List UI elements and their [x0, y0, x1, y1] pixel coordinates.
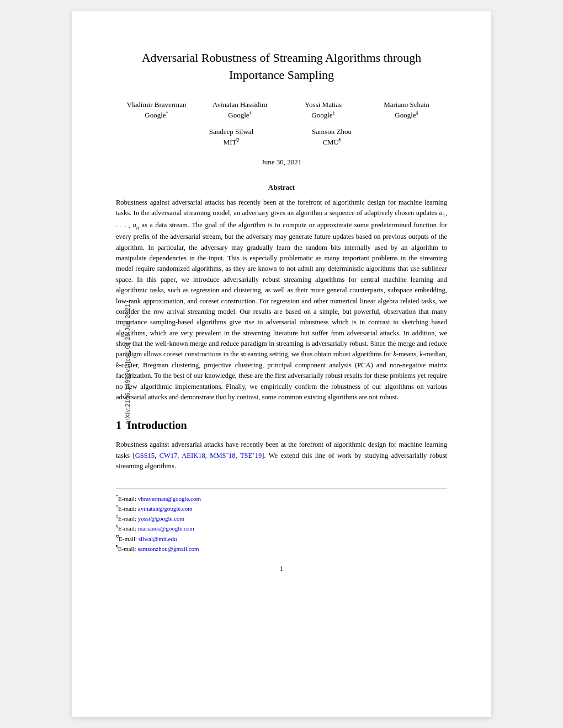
email-matias[interactable]: yossi@google.com	[138, 515, 184, 522]
footnote-4: §E-mail: marianos@google.com	[116, 523, 447, 533]
footnote-3: ‡E-mail: yossi@google.com	[116, 513, 447, 523]
email-hassidim[interactable]: avinatan@google.com	[138, 505, 193, 511]
paper-date: June 30, 2021	[116, 158, 447, 167]
abstract-text: Robustness against adversarial attacks h…	[116, 197, 447, 403]
author-matias: Yossi Matias Google‡	[283, 99, 364, 121]
section-title-introduction: 1 Introduction	[116, 419, 447, 432]
section-number: 1	[116, 419, 121, 431]
author-schain: Mariano Schain Google§	[366, 99, 447, 121]
title-section: Adversarial Robustness of Streaming Algo…	[116, 50, 447, 167]
email-braverman[interactable]: vbraverman@google.com	[138, 495, 201, 501]
footnote-5: ∇E-mail: silwal@mit.edu	[116, 534, 447, 544]
footnote-1: *E-mail: vbraverman@google.com	[116, 494, 447, 504]
abstract-section: Abstract Robustness against adversarial …	[116, 183, 447, 403]
author-braverman: Vladimir Braverman Google*	[116, 99, 197, 121]
arxiv-stamp: arXiv:2106.14952v1 [cs.LG] 28 Jun 2021	[124, 304, 131, 424]
abstract-title: Abstract	[116, 183, 447, 192]
email-silwal[interactable]: silwal@mit.edu	[139, 535, 177, 542]
email-zhou[interactable]: samsonzhou@gmail.com	[137, 545, 199, 552]
page-number: 1	[116, 565, 447, 573]
footnotes-section: *E-mail: vbraverman@google.com †E-mail: …	[116, 489, 447, 554]
authors-row2: Sandeep Silwal MIT∇ Samson Zhou CMU¶	[182, 126, 381, 148]
author-zhou: Samson Zhou CMU¶	[283, 126, 381, 148]
footnote-2: †E-mail: avinatan@google.com	[116, 504, 447, 513]
section-introduction: 1 Introduction Robustness against advers…	[116, 419, 447, 472]
author-silwal: Sandeep Silwal MIT∇	[182, 126, 280, 148]
email-schain[interactable]: marianos@google.com	[138, 525, 194, 532]
authors-row1: Vladimir Braverman Google* Avinatan Hass…	[116, 99, 447, 121]
intro-paragraph: Robustness against adversarial attacks h…	[116, 440, 447, 472]
paper-title: Adversarial Robustness of Streaming Algo…	[116, 50, 447, 84]
author-hassidim: Avinatan Hassidim Google†	[199, 99, 280, 121]
footnote-6: ¶E-mail: samsonzhou@gmail.com	[116, 544, 447, 554]
page-container: arXiv:2106.14952v1 [cs.LG] 28 Jun 2021 A…	[72, 11, 491, 717]
